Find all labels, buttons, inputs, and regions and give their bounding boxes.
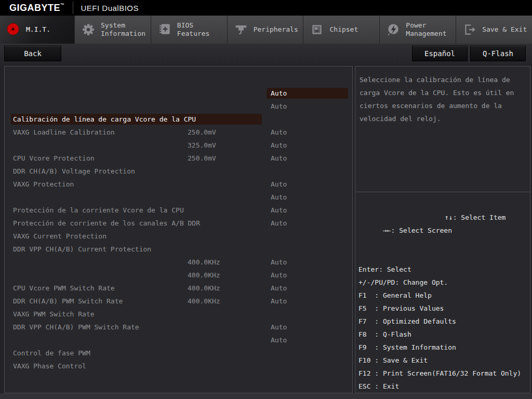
setting-default-value: 250.0mV xyxy=(188,126,216,139)
setting-value: Auto xyxy=(267,88,348,99)
qflash-button[interactable]: Q-Flash xyxy=(470,46,526,61)
setting-row-ddr-vpp-pwm-rate[interactable]: DDR VPP CH(A/B) PWM Switch Rate 400.0KHz… xyxy=(5,295,352,308)
spacer-row xyxy=(5,113,352,126)
tab-power-management[interactable]: PowerManagement xyxy=(380,16,456,44)
back-button[interactable]: Back xyxy=(4,46,61,61)
tab-chipset[interactable]: Chipset xyxy=(303,16,380,44)
setting-default-value: 250.0mV xyxy=(188,152,216,165)
bottom-strip xyxy=(0,393,532,399)
legend-change: +/-/PU/PD: Change Opt. xyxy=(358,276,527,289)
tab-label: Peripherals xyxy=(254,25,298,34)
setting-row-vaxg-phase-control[interactable]: VAXG Phase Control Auto xyxy=(5,334,352,347)
legend-f9: F9 : System Information xyxy=(358,341,527,354)
setting-value: Auto xyxy=(267,204,348,217)
setting-value: Auto xyxy=(267,217,348,230)
setting-row-vaxg-current-protection[interactable]: VAXG Current Protection Auto xyxy=(5,204,352,217)
spacer-row xyxy=(5,243,352,256)
tab-label: SystemInformation xyxy=(101,21,145,38)
setting-value: Auto xyxy=(267,334,348,347)
gear-icon xyxy=(81,22,96,37)
mit-disc-icon xyxy=(6,22,21,37)
setting-value: Auto xyxy=(267,139,348,152)
top-title-bar: GIGABYTE™ UEFI DualBIOS xyxy=(0,0,532,16)
setting-row-ddr-vpp-current-protection[interactable]: DDR VPP CH(A/B) Current Protection Auto xyxy=(5,217,352,230)
setting-value: Auto xyxy=(267,152,348,165)
setting-label: VAXG Phase Control xyxy=(5,360,352,373)
setting-default-value: 400.0KHz xyxy=(188,282,220,295)
secondary-toolbar: Back Español Q-Flash xyxy=(0,44,532,66)
legend-f1: F1 : General Help xyxy=(358,289,527,302)
item-help-text: Seleccione la calibración de línea de ca… xyxy=(355,66,530,192)
settings-list: Calibración de línea de carga Vcore de l… xyxy=(5,87,352,347)
setting-row-vaxg-pwm-rate[interactable]: VAXG PWM Switch Rate 400.0KHz Auto xyxy=(5,282,352,295)
power-lightning-icon xyxy=(385,22,401,37)
bios-chip-icon xyxy=(157,22,172,37)
setting-default-value: 400.0KHz xyxy=(188,256,220,269)
setting-default-value: 400.0KHz xyxy=(188,295,220,308)
logo-divider xyxy=(73,2,73,14)
setting-row-ddr-current-protection[interactable]: Protección de corriente de los canales A… xyxy=(5,191,352,204)
setting-value: Auto xyxy=(267,282,348,295)
setting-row-cpu-vcore-protection[interactable]: CPU Vcore Protection 250.0mV Auto xyxy=(5,126,352,139)
tab-system-information[interactable]: SystemInformation xyxy=(75,16,151,44)
legend-f12: F12 : Print Screen(FAT16/32 Format Only) xyxy=(358,367,527,380)
tab-mit[interactable]: M.I.T. xyxy=(0,16,75,44)
setting-value: Auto xyxy=(267,321,348,334)
key-legend: →←: Select Screen ↑↓: Select Item Enter:… xyxy=(355,192,530,393)
tab-label: Chipset xyxy=(329,25,358,34)
setting-value: Auto xyxy=(267,100,348,113)
spacer-row xyxy=(5,165,352,178)
settings-panel: Calibración de línea de carga Vcore de l… xyxy=(4,66,353,393)
save-exit-icon xyxy=(462,22,477,37)
setting-row-vaxg-protection[interactable]: VAXG Protection 250.0mV Auto xyxy=(5,152,352,165)
legend-enter: Enter: Select xyxy=(358,263,527,276)
main-tab-bar: M.I.T. SystemInformation xyxy=(0,16,532,44)
setting-row-pwm-phase-control[interactable]: Control de fase PWM Auto xyxy=(5,321,352,334)
peripherals-icon xyxy=(233,22,249,37)
tab-label: PowerManagement xyxy=(406,21,446,38)
spacer-row xyxy=(5,230,352,243)
legend-select: →←: Select Screen ↑↓: Select Item xyxy=(358,211,527,263)
tab-bios-features[interactable]: BIOSFeatures xyxy=(151,16,228,44)
chipset-icon xyxy=(309,22,325,37)
bios-title: UEFI DualBIOS xyxy=(81,4,139,12)
setting-value: Auto xyxy=(267,269,348,282)
setting-default-value: 400.0KHz xyxy=(188,269,220,282)
setting-row-vaxg-loadline[interactable]: VAXG Loadline Calibration Auto xyxy=(5,100,352,113)
setting-row-cpu-pwm-rate[interactable]: CPU Vcore PWM Switch Rate 400.0KHz Auto xyxy=(5,256,352,269)
legend-f10: F10 : Save & Exit xyxy=(358,354,527,367)
tab-label: Save & Exit xyxy=(482,25,527,34)
setting-row-ddr-pwm-rate[interactable]: DDR CH(A/B) PWM Switch Rate 400.0KHz Aut… xyxy=(5,269,352,282)
tab-save-exit[interactable]: Save & Exit xyxy=(456,16,532,44)
setting-row-loadline-calibration[interactable]: Calibración de línea de carga Vcore de l… xyxy=(5,87,352,100)
language-button[interactable]: Español xyxy=(412,46,468,61)
gigabyte-logo: GIGABYTE™ xyxy=(9,3,65,14)
setting-value: Auto xyxy=(267,178,348,191)
setting-value: Auto xyxy=(267,256,348,269)
help-panel: Seleccione la calibración de línea de ca… xyxy=(355,66,530,393)
legend-f5: F5 : Previous Values xyxy=(358,302,527,315)
spacer-row xyxy=(5,308,352,321)
setting-default-value: 325.0mV xyxy=(188,139,216,152)
setting-value: Auto xyxy=(267,126,348,139)
setting-row-ddr-voltage-protection[interactable]: DDR CH(A/B) Voltage Protection 325.0mV A… xyxy=(5,139,352,152)
legend-esc: ESC : Exit xyxy=(358,380,527,393)
setting-value: Auto xyxy=(267,191,348,204)
legend-f8: F8 : Q-Flash xyxy=(358,328,527,341)
legend-f7: F7 : Optimized Defaults xyxy=(358,315,527,328)
tab-label: M.I.T. xyxy=(26,25,50,34)
setting-value: Auto xyxy=(267,295,348,308)
tab-label: BIOSFeatures xyxy=(177,21,210,38)
tab-peripherals[interactable]: Peripherals xyxy=(228,16,304,44)
setting-row-vcore-current-protection[interactable]: Protección de la corriente Vcore de la C… xyxy=(5,178,352,191)
